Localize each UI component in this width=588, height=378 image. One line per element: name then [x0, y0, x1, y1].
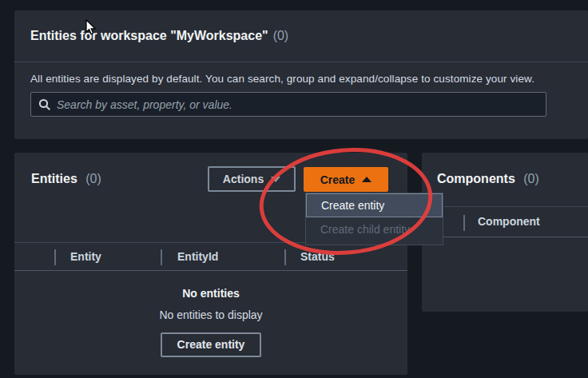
entities-table-panel: Entities (0) Actions Create Entity Entit…: [14, 153, 407, 375]
column-header-component: Component: [478, 207, 540, 237]
entity-search-box[interactable]: [30, 92, 546, 117]
search-icon: [38, 98, 51, 111]
search-input[interactable]: [57, 93, 538, 116]
components-panel-count: (0): [523, 172, 539, 185]
header-divider: [463, 215, 465, 231]
header-divider: [54, 249, 56, 265]
empty-state-message: No entities to display: [14, 307, 407, 323]
components-table-header: Component: [422, 206, 588, 237]
entities-panel-count: (0): [85, 172, 101, 185]
components-table-panel: Components (0) Component: [422, 153, 588, 312]
page-title: Entities for workspace "MyWorkspace": [30, 29, 268, 43]
actions-button[interactable]: Actions: [208, 166, 296, 192]
entities-table-header: Entity EntityId Status: [14, 242, 407, 271]
header-divider: [161, 249, 162, 265]
empty-state-title: No entities: [14, 285, 407, 301]
card-header: Entities for workspace "MyWorkspace" (0): [14, 10, 588, 62]
card-body: All entities are displayed by default. Y…: [14, 62, 588, 117]
create-button[interactable]: Create: [304, 167, 388, 192]
create-entity-button[interactable]: Create entity: [161, 332, 261, 357]
column-header-status: Status: [300, 243, 335, 270]
menu-item-create-child-entity: Create child entity: [306, 217, 443, 242]
column-header-entity: Entity: [70, 243, 101, 270]
components-panel-title: Components (0): [437, 166, 539, 192]
column-header-entityid: EntityId: [177, 243, 218, 270]
entities-panel-title: Entities (0): [31, 166, 101, 192]
chevron-up-icon: [362, 177, 371, 182]
chevron-down-icon: [271, 177, 280, 182]
entities-count: (0): [273, 29, 289, 43]
header-divider: [284, 249, 286, 265]
entities-empty-state: No entities No entities to display Creat…: [14, 285, 407, 357]
workspace-entities-card: Entities for workspace "MyWorkspace" (0)…: [14, 10, 588, 139]
menu-item-create-entity[interactable]: Create entity: [306, 193, 443, 217]
entities-description: All entities are displayed by default. Y…: [30, 73, 572, 85]
create-dropdown-menu: Create entity Create child entity: [305, 193, 443, 245]
